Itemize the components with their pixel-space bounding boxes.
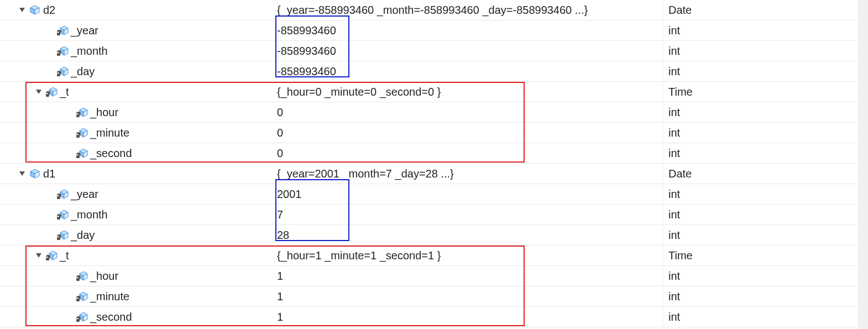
variable-name: _minute (90, 127, 129, 139)
value-cell[interactable]: 2001 (274, 184, 663, 204)
name-cell[interactable]: _day (0, 225, 274, 245)
type-cell: int (663, 61, 858, 81)
type-cell: Date (663, 164, 858, 184)
name-cell[interactable]: _year (0, 184, 274, 204)
tree-row[interactable]: _month7int (0, 205, 858, 225)
value-cell[interactable]: 1 (274, 286, 663, 306)
tree-row[interactable]: _hour1int (0, 266, 858, 286)
vertical-scrollbar[interactable] (858, 0, 868, 329)
type-cell: Date (663, 0, 858, 20)
variable-name: _hour (90, 106, 118, 119)
tree-row[interactable]: _second0int (0, 143, 858, 164)
expander-icon[interactable] (33, 90, 44, 94)
variable-type: int (668, 147, 680, 160)
private-field-icon (55, 67, 70, 76)
name-cell[interactable]: _minute (0, 286, 274, 306)
value-cell[interactable]: 0 (274, 143, 663, 163)
value-cell[interactable]: 7 (274, 205, 663, 224)
type-cell: int (663, 266, 858, 286)
variable-type: int (668, 127, 680, 139)
name-cell[interactable]: _second (0, 143, 274, 163)
name-cell[interactable]: _minute (0, 123, 274, 143)
tree-row[interactable]: d2{_year=-858993460 _month=-858993460 _d… (0, 0, 858, 20)
variable-value: 0 (277, 147, 283, 160)
variable-value: 28 (277, 229, 289, 242)
value-cell[interactable]: -858993460 (274, 20, 663, 40)
expander-icon[interactable] (17, 8, 28, 12)
tree-row[interactable]: _second1int (0, 307, 858, 327)
variable-name: _year (71, 188, 98, 201)
private-field-icon (55, 210, 70, 220)
variable-name: _t (60, 249, 69, 262)
value-cell[interactable]: {_year=-858993460 _month=-858993460 _day… (274, 0, 663, 20)
tree-row[interactable]: _minute1int (0, 286, 858, 307)
private-field-icon (75, 312, 89, 322)
variable-name: _year (71, 24, 98, 37)
variable-value: 1 (277, 270, 283, 283)
variable-type: Time (668, 86, 693, 98)
svg-rect-45 (57, 237, 60, 240)
value-cell[interactable]: {_hour=1 _minute=1 _second=1 } (274, 246, 663, 265)
variable-value: 2001 (277, 188, 302, 201)
value-cell[interactable]: 0 (274, 102, 663, 122)
type-cell: int (663, 307, 858, 327)
value-cell[interactable]: {_year=2001 _month=7 _day=28 ...} (274, 164, 663, 184)
value-cell[interactable]: 1 (274, 307, 663, 327)
name-cell[interactable]: _month (0, 205, 274, 224)
watch-tree-grid[interactable]: d2{_year=-858993460 _month=-858993460 _d… (0, 0, 858, 329)
name-cell[interactable]: _day (0, 61, 274, 81)
value-cell[interactable]: -858993460 (274, 61, 663, 81)
variable-name: _minute (90, 290, 129, 303)
tree-row[interactable]: _day-858993460int (0, 61, 858, 82)
name-cell[interactable]: _second (0, 307, 274, 327)
tree-row[interactable]: _hour0int (0, 102, 858, 123)
tree-row[interactable]: _year-858993460int (0, 20, 858, 41)
name-cell[interactable]: _hour (0, 266, 274, 286)
tree-row[interactable]: d1{_year=2001 _month=7 _day=28 ...}Date (0, 164, 858, 184)
private-field-icon (55, 26, 70, 35)
variable-type: int (668, 24, 680, 37)
name-cell[interactable]: _year (0, 20, 274, 40)
svg-rect-37 (57, 196, 60, 199)
svg-rect-22 (76, 114, 80, 117)
tree-row[interactable]: _t{_hour=1 _minute=1 _second=1 }Time (0, 246, 858, 266)
svg-rect-18 (46, 94, 49, 97)
tree-row[interactable]: _t{_hour=0 _minute=0 _second=0 }Time (0, 82, 858, 102)
name-cell[interactable]: _month (0, 41, 274, 61)
value-cell[interactable]: {_hour=0 _minute=0 _second=0 } (274, 82, 663, 102)
private-field-icon (75, 271, 89, 281)
variable-name: _second (90, 311, 132, 323)
variable-value: -858993460 (277, 24, 336, 37)
name-cell[interactable]: d1 (0, 164, 274, 184)
tree-row[interactable]: _minute0int (0, 123, 858, 143)
name-cell[interactable]: _hour (0, 102, 274, 122)
variable-name: _hour (90, 270, 118, 283)
expander-icon[interactable] (17, 171, 28, 176)
expander-icon[interactable] (33, 253, 44, 258)
variable-value: {_year=-858993460 _month=-858993460 _day… (277, 4, 588, 17)
type-cell: int (663, 286, 858, 306)
tree-row[interactable]: _month-858993460int (0, 41, 858, 61)
type-cell: int (663, 205, 858, 224)
svg-rect-57 (76, 299, 80, 301)
name-cell[interactable]: _t (0, 82, 274, 102)
private-field-icon (75, 149, 89, 158)
value-cell[interactable]: 1 (274, 266, 663, 286)
svg-rect-26 (76, 135, 80, 138)
value-cell[interactable]: 0 (274, 123, 663, 143)
name-cell[interactable]: _t (0, 246, 274, 265)
variable-type: int (668, 290, 680, 303)
variable-type: Date (668, 168, 692, 180)
variable-name: _second (90, 147, 132, 160)
variable-type: int (668, 229, 680, 242)
variable-type: int (668, 270, 680, 283)
name-cell[interactable]: d2 (0, 0, 274, 20)
value-cell[interactable]: -858993460 (274, 41, 663, 61)
private-field-icon (44, 87, 59, 97)
tree-row[interactable]: _year2001int (0, 184, 858, 205)
svg-rect-30 (76, 155, 80, 158)
tree-row[interactable]: _day28int (0, 225, 858, 246)
variable-name: d1 (43, 168, 55, 180)
variable-value: 1 (277, 311, 283, 323)
value-cell[interactable]: 28 (274, 225, 663, 245)
